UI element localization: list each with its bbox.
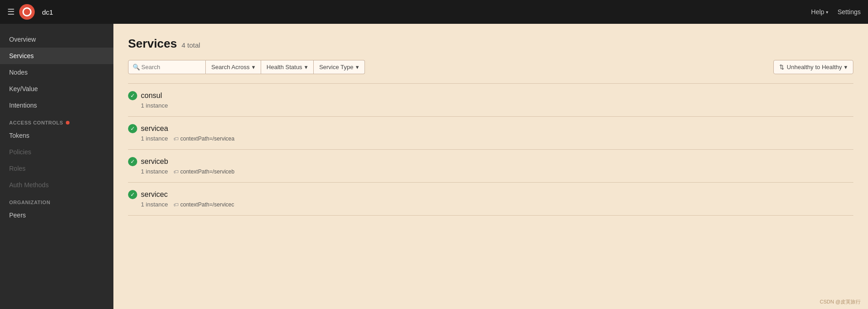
instance-count: 1 instance	[141, 135, 168, 142]
service-name-row: ✓ consul	[128, 91, 853, 100]
instance-count: 1 instance	[141, 201, 168, 208]
service-tag: 🏷 contextPath=/servicec	[173, 201, 234, 208]
main-container: Overview Services Nodes Key/Value Intent…	[0, 24, 868, 309]
organization-label: ORGANIZATION	[0, 193, 113, 207]
service-row[interactable]: ✓ servicea 1 instance 🏷 contextPath=/ser…	[128, 117, 853, 150]
help-button[interactable]: Help ▾	[811, 8, 829, 16]
health-check-icon: ✓	[128, 124, 137, 133]
sidebar-item-overview[interactable]: Overview	[0, 31, 113, 48]
sort-button[interactable]: ⇅ Unhealthy to Healthy ▾	[773, 60, 853, 74]
service-tag: 🏷 contextPath=/servicea	[173, 136, 234, 142]
search-icon: 🔍	[133, 64, 140, 70]
service-meta: 1 instance 🏷 contextPath=/servicec	[128, 201, 853, 208]
service-meta: 1 instance 🏷 contextPath=/serviceb	[128, 168, 853, 175]
sidebar-item-auth-methods: Auth Methods	[0, 177, 113, 193]
sidebar-item-keyvalue[interactable]: Key/Value	[0, 81, 113, 97]
settings-button[interactable]: Settings	[837, 8, 861, 16]
service-row[interactable]: ✓ consul 1 instance	[128, 84, 853, 117]
service-list: ✓ consul 1 instance ✓ servicea 1 instanc…	[128, 83, 853, 216]
sidebar-item-nodes[interactable]: Nodes	[0, 64, 113, 81]
service-name: serviceb	[141, 157, 168, 166]
sidebar-item-services[interactable]: Services	[0, 48, 113, 64]
sidebar-item-roles: Roles	[0, 160, 113, 177]
navbar-left: ☰ dc1	[7, 4, 53, 20]
tag-icon: 🏷	[173, 202, 178, 207]
service-tag: 🏷 contextPath=/serviceb	[173, 168, 234, 175]
service-type-button[interactable]: Service Type ▾	[314, 60, 365, 74]
page-title: Services	[128, 37, 177, 51]
sidebar-item-policies: Policies	[0, 144, 113, 160]
health-status-chevron-icon: ▾	[305, 64, 308, 70]
search-input-wrap: 🔍	[128, 60, 206, 74]
service-name: servicec	[141, 190, 168, 199]
dc-name: dc1	[42, 8, 53, 16]
sidebar: Overview Services Nodes Key/Value Intent…	[0, 24, 113, 309]
help-chevron-icon: ▾	[826, 10, 828, 15]
service-name-row: ✓ serviceb	[128, 157, 853, 166]
sort-chevron-icon: ▾	[844, 64, 847, 70]
service-meta: 1 instance 🏷 contextPath=/servicea	[128, 135, 853, 142]
instance-count: 1 instance	[141, 102, 168, 109]
service-name-row: ✓ servicea	[128, 124, 853, 133]
page-count: 4 total	[182, 41, 200, 49]
instance-count: 1 instance	[141, 168, 168, 175]
sidebar-item-tokens[interactable]: Tokens	[0, 127, 113, 144]
sidebar-item-peers[interactable]: Peers	[0, 207, 113, 223]
filter-bar: 🔍 Search Across ▾ Health Status ▾ Servic…	[128, 60, 853, 74]
access-controls-dot	[66, 121, 70, 125]
page-header: Services 4 total	[128, 37, 853, 51]
service-type-chevron-icon: ▾	[356, 64, 359, 70]
navbar: ☰ dc1 Help ▾ Settings	[0, 0, 868, 24]
health-check-icon: ✓	[128, 157, 137, 166]
sidebar-item-intentions[interactable]: Intentions	[0, 97, 113, 114]
health-check-icon: ✓	[128, 91, 137, 100]
navbar-right: Help ▾ Settings	[811, 8, 861, 16]
search-across-button[interactable]: Search Across ▾	[206, 60, 261, 74]
service-name: consul	[141, 92, 162, 100]
tag-icon: 🏷	[173, 136, 178, 141]
access-controls-label: ACCESS CONTROLS	[0, 114, 113, 127]
consul-logo-icon	[19, 4, 35, 20]
health-status-button[interactable]: Health Status ▾	[261, 60, 314, 74]
service-meta: 1 instance	[128, 102, 853, 109]
search-across-chevron-icon: ▾	[252, 64, 255, 70]
footer-watermark: CSDN @皮芙旅行	[820, 298, 861, 305]
service-row[interactable]: ✓ servicec 1 instance 🏷 contextPath=/ser…	[128, 183, 853, 216]
hamburger-icon[interactable]: ☰	[7, 7, 15, 17]
service-row[interactable]: ✓ serviceb 1 instance 🏷 contextPath=/ser…	[128, 150, 853, 183]
service-name-row: ✓ servicec	[128, 190, 853, 199]
content-area: Services 4 total 🔍 Search Across ▾ Healt…	[113, 24, 868, 309]
tag-icon: 🏷	[173, 169, 178, 174]
service-name: servicea	[141, 125, 168, 133]
sort-icon: ⇅	[779, 64, 784, 70]
health-check-icon: ✓	[128, 190, 137, 199]
